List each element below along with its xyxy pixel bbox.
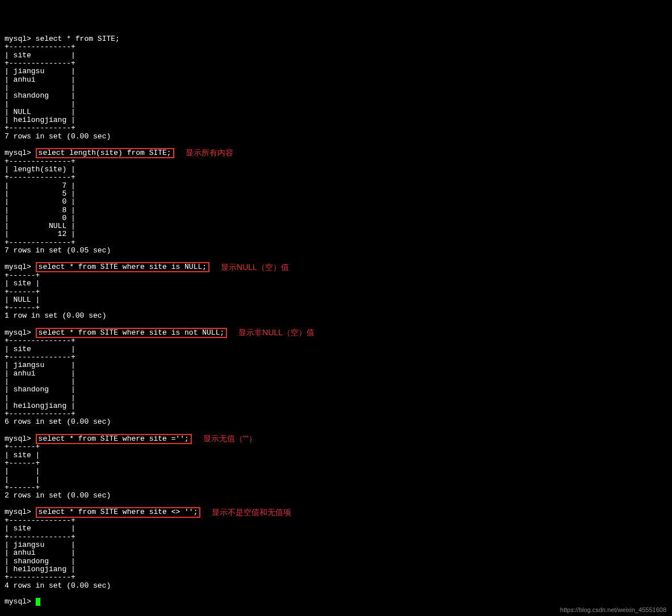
table-separator: +------+ <box>5 484 667 492</box>
table-row: | NULL | <box>5 222 667 230</box>
table-row: | NULL | <box>5 108 667 116</box>
mysql-prompt: mysql> select * from SITE where site <> … <box>5 508 667 517</box>
table-separator: +------+ <box>5 443 667 451</box>
table-row: | anhui | <box>5 76 667 84</box>
table-row: | jiangsu | <box>5 361 667 369</box>
table-row: | 8 | <box>5 206 667 214</box>
result-count: 7 rows in set (0.05 sec) <box>5 247 667 255</box>
table-header: | site | <box>5 52 667 60</box>
annotation: 显示NULL（空）值 <box>221 263 289 272</box>
table-row: | 7 | <box>5 182 667 190</box>
prompt: mysql> <box>5 263 36 271</box>
table-header: | length(site) | <box>5 166 667 174</box>
table-row: | shandong | <box>5 558 667 566</box>
prompt: mysql> <box>5 149 36 157</box>
table-separator: +--------------+ <box>5 124 667 132</box>
sql-query-highlighted: select * from SITE where site =''; <box>36 434 192 444</box>
table-row: | shandong | <box>5 92 667 100</box>
table-row: | 0 | <box>5 214 667 222</box>
table-separator: +------+ <box>5 272 667 280</box>
sql-query-highlighted: select * from SITE where site is NULL; <box>36 262 209 272</box>
table-row: | anhui | <box>5 370 667 378</box>
table-header: | site | <box>5 452 667 459</box>
annotation: 显示无值（""） <box>203 434 257 443</box>
prompt: mysql> <box>5 329 36 337</box>
table-row: | | <box>5 100 667 108</box>
table-row: | 12 | <box>5 230 667 238</box>
table-header: | site | <box>5 345 667 353</box>
table-separator: +------+ <box>5 288 667 296</box>
watermark: https://blog.csdn.net/weixin_45551608 <box>560 606 666 613</box>
mysql-prompt: mysql> select * from SITE where site is … <box>5 328 667 337</box>
terminal-output: mysql> select * from SITE;+-------------… <box>5 35 667 606</box>
table-separator: +--------------+ <box>5 174 667 182</box>
table-row: | shandong | <box>5 386 667 394</box>
table-separator: +--------------+ <box>5 60 667 67</box>
mysql-prompt-active[interactable]: mysql> <box>5 598 667 606</box>
table-row: | jiangsu | <box>5 67 667 75</box>
table-row: | | <box>5 84 667 92</box>
table-row: | jiangsu | <box>5 541 667 549</box>
annotation: 显示所有内容 <box>186 149 233 157</box>
result-count: 7 rows in set (0.00 sec) <box>5 133 667 141</box>
terminal-cursor <box>36 598 40 606</box>
table-row: | heilongjiang | <box>5 566 667 573</box>
table-row: | NULL | <box>5 296 667 304</box>
prompt: mysql> <box>5 508 36 516</box>
result-count: 1 row in set (0.00 sec) <box>5 312 667 320</box>
table-separator: +--------------+ <box>5 410 667 418</box>
table-row: | | <box>5 394 667 402</box>
table-row: | 5 | <box>5 190 667 198</box>
table-separator: +--------------+ <box>5 573 667 581</box>
result-count: 2 rows in set (0.00 sec) <box>5 492 667 500</box>
table-row: | heilongjiang | <box>5 402 667 410</box>
table-separator: +--------------+ <box>5 353 667 361</box>
mysql-prompt: mysql> select * from SITE where site =''… <box>5 434 667 443</box>
blank-line <box>5 590 667 598</box>
table-separator: +--------------+ <box>5 239 667 247</box>
annotation: 显示不是空值和无值项 <box>212 508 291 517</box>
annotation: 显示非NULL（空）值 <box>238 328 314 337</box>
table-separator: +--------------+ <box>5 337 667 345</box>
table-row: | | <box>5 467 667 475</box>
table-header: | site | <box>5 280 667 288</box>
table-row: | 0 | <box>5 198 667 206</box>
table-row: | | <box>5 476 667 484</box>
table-separator: +--------------+ <box>5 158 667 166</box>
table-row: | heilongjiang | <box>5 116 667 124</box>
table-header: | site | <box>5 525 667 533</box>
prompt: mysql> <box>5 435 36 443</box>
result-count: 4 rows in set (0.00 sec) <box>5 582 667 590</box>
table-row: | anhui | <box>5 549 667 557</box>
table-row: | | <box>5 378 667 386</box>
mysql-prompt: mysql> select * from SITE where site is … <box>5 263 667 272</box>
result-count: 6 rows in set (0.00 sec) <box>5 418 667 426</box>
table-separator: +------+ <box>5 459 667 467</box>
mysql-prompt: mysql> select * from SITE; <box>5 35 667 43</box>
table-separator: +--------------+ <box>5 533 667 541</box>
mysql-prompt: mysql> select length(site) from SITE;显示所… <box>5 149 667 157</box>
table-separator: +--------------+ <box>5 43 667 51</box>
table-separator: +--------------+ <box>5 517 667 525</box>
table-separator: +------+ <box>5 304 667 312</box>
